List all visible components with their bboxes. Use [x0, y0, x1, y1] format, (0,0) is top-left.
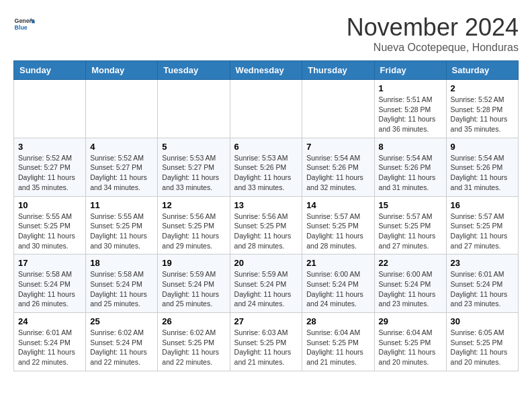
calendar-cell: 9Sunrise: 5:54 AM Sunset: 5:26 PM Daylig… [446, 138, 518, 196]
day-info: Sunrise: 5:59 AM Sunset: 5:24 PM Dayligh… [234, 269, 298, 309]
calendar-header-wednesday: Wednesday [230, 61, 302, 80]
calendar-cell: 21Sunrise: 6:00 AM Sunset: 5:24 PM Dayli… [302, 255, 374, 313]
calendar-cell: 20Sunrise: 5:59 AM Sunset: 5:24 PM Dayli… [230, 255, 302, 313]
calendar-header-saturday: Saturday [446, 61, 518, 80]
day-number: 9 [451, 142, 514, 152]
calendar-cell [158, 80, 230, 138]
location: Nueva Ocotepeque, Honduras [347, 42, 519, 54]
day-info: Sunrise: 5:52 AM Sunset: 5:27 PM Dayligh… [18, 153, 81, 193]
calendar-cell: 3Sunrise: 5:52 AM Sunset: 5:27 PM Daylig… [14, 138, 86, 196]
day-number: 29 [379, 316, 442, 326]
day-info: Sunrise: 6:04 AM Sunset: 5:25 PM Dayligh… [379, 328, 442, 367]
day-info: Sunrise: 5:55 AM Sunset: 5:25 PM Dayligh… [18, 212, 81, 251]
day-info: Sunrise: 6:02 AM Sunset: 5:24 PM Dayligh… [90, 328, 153, 367]
day-info: Sunrise: 6:04 AM Sunset: 5:25 PM Dayligh… [306, 328, 369, 367]
calendar-cell: 29Sunrise: 6:04 AM Sunset: 5:25 PM Dayli… [374, 313, 446, 371]
day-info: Sunrise: 5:55 AM Sunset: 5:25 PM Dayligh… [90, 212, 153, 251]
calendar-cell: 28Sunrise: 6:04 AM Sunset: 5:25 PM Dayli… [302, 313, 374, 371]
calendar-header-monday: Monday [86, 61, 158, 80]
day-info: Sunrise: 5:54 AM Sunset: 5:26 PM Dayligh… [451, 153, 514, 193]
day-info: Sunrise: 5:58 AM Sunset: 5:24 PM Dayligh… [90, 269, 153, 309]
calendar-cell: 27Sunrise: 6:03 AM Sunset: 5:25 PM Dayli… [230, 313, 302, 371]
calendar-week-5: 24Sunrise: 6:01 AM Sunset: 5:24 PM Dayli… [14, 313, 519, 371]
day-number: 22 [379, 258, 442, 268]
day-info: Sunrise: 6:02 AM Sunset: 5:25 PM Dayligh… [162, 328, 225, 367]
day-number: 14 [306, 200, 369, 210]
calendar-cell: 1Sunrise: 5:51 AM Sunset: 5:28 PM Daylig… [374, 80, 446, 138]
calendar-cell: 26Sunrise: 6:02 AM Sunset: 5:25 PM Dayli… [158, 313, 230, 371]
day-number: 28 [306, 316, 369, 326]
calendar-week-2: 3Sunrise: 5:52 AM Sunset: 5:27 PM Daylig… [14, 138, 519, 196]
svg-text:Blue: Blue [15, 24, 28, 31]
calendar-cell: 11Sunrise: 5:55 AM Sunset: 5:25 PM Dayli… [86, 196, 158, 255]
logo-icon: General Blue [13, 13, 35, 35]
calendar-cell: 19Sunrise: 5:59 AM Sunset: 5:24 PM Dayli… [158, 255, 230, 313]
day-info: Sunrise: 5:51 AM Sunset: 5:28 PM Dayligh… [379, 95, 442, 134]
calendar-cell [86, 80, 158, 138]
calendar-header-sunday: Sunday [14, 61, 86, 80]
page-header: General Blue November 2024 Nueva Ocotepe… [13, 13, 519, 54]
day-number: 17 [18, 258, 81, 268]
day-info: Sunrise: 5:53 AM Sunset: 5:26 PM Dayligh… [234, 153, 298, 193]
day-number: 2 [451, 83, 514, 93]
day-number: 7 [306, 142, 369, 152]
day-info: Sunrise: 5:52 AM Sunset: 5:27 PM Dayligh… [90, 153, 153, 193]
day-number: 24 [18, 316, 81, 326]
day-info: Sunrise: 5:53 AM Sunset: 5:27 PM Dayligh… [162, 153, 225, 193]
day-info: Sunrise: 6:01 AM Sunset: 5:24 PM Dayligh… [451, 269, 514, 309]
day-number: 3 [18, 142, 81, 152]
calendar-cell: 12Sunrise: 5:56 AM Sunset: 5:25 PM Dayli… [158, 196, 230, 255]
month-title: November 2024 [347, 13, 519, 42]
day-info: Sunrise: 5:57 AM Sunset: 5:25 PM Dayligh… [379, 212, 442, 251]
calendar-cell [230, 80, 302, 138]
calendar-week-4: 17Sunrise: 5:58 AM Sunset: 5:24 PM Dayli… [14, 255, 519, 313]
calendar-cell: 22Sunrise: 6:00 AM Sunset: 5:24 PM Dayli… [374, 255, 446, 313]
day-info: Sunrise: 6:00 AM Sunset: 5:24 PM Dayligh… [379, 269, 442, 309]
calendar-cell: 10Sunrise: 5:55 AM Sunset: 5:25 PM Dayli… [14, 196, 86, 255]
day-number: 25 [90, 316, 153, 326]
calendar-cell: 4Sunrise: 5:52 AM Sunset: 5:27 PM Daylig… [86, 138, 158, 196]
calendar-cell: 25Sunrise: 6:02 AM Sunset: 5:24 PM Dayli… [86, 313, 158, 371]
calendar-cell: 15Sunrise: 5:57 AM Sunset: 5:25 PM Dayli… [374, 196, 446, 255]
day-number: 23 [451, 258, 514, 268]
day-number: 18 [90, 258, 153, 268]
day-number: 16 [451, 200, 514, 210]
day-number: 26 [162, 316, 225, 326]
day-number: 19 [162, 258, 225, 268]
calendar-header-friday: Friday [374, 61, 446, 80]
day-number: 12 [162, 200, 225, 210]
calendar-cell: 7Sunrise: 5:54 AM Sunset: 5:26 PM Daylig… [302, 138, 374, 196]
day-number: 8 [379, 142, 442, 152]
day-info: Sunrise: 5:56 AM Sunset: 5:25 PM Dayligh… [234, 212, 298, 251]
calendar-header-tuesday: Tuesday [158, 61, 230, 80]
day-info: Sunrise: 5:56 AM Sunset: 5:25 PM Dayligh… [162, 212, 225, 251]
day-info: Sunrise: 6:05 AM Sunset: 5:25 PM Dayligh… [451, 328, 514, 367]
day-info: Sunrise: 6:00 AM Sunset: 5:24 PM Dayligh… [306, 269, 369, 309]
calendar-cell: 5Sunrise: 5:53 AM Sunset: 5:27 PM Daylig… [158, 138, 230, 196]
day-number: 11 [90, 200, 153, 210]
calendar-cell: 24Sunrise: 6:01 AM Sunset: 5:24 PM Dayli… [14, 313, 86, 371]
day-number: 6 [234, 142, 298, 152]
calendar-cell: 14Sunrise: 5:57 AM Sunset: 5:25 PM Dayli… [302, 196, 374, 255]
day-number: 15 [379, 200, 442, 210]
day-info: Sunrise: 6:03 AM Sunset: 5:25 PM Dayligh… [234, 328, 298, 367]
calendar-cell: 8Sunrise: 5:54 AM Sunset: 5:26 PM Daylig… [374, 138, 446, 196]
day-number: 4 [90, 142, 153, 152]
calendar-cell: 30Sunrise: 6:05 AM Sunset: 5:25 PM Dayli… [446, 313, 518, 371]
calendar-week-1: 1Sunrise: 5:51 AM Sunset: 5:28 PM Daylig… [14, 80, 519, 138]
calendar-header-row: SundayMondayTuesdayWednesdayThursdayFrid… [14, 61, 519, 80]
day-info: Sunrise: 6:01 AM Sunset: 5:24 PM Dayligh… [18, 328, 81, 367]
day-info: Sunrise: 5:59 AM Sunset: 5:24 PM Dayligh… [162, 269, 225, 309]
day-info: Sunrise: 5:57 AM Sunset: 5:25 PM Dayligh… [451, 212, 514, 251]
title-block: November 2024 Nueva Ocotepeque, Honduras [347, 13, 519, 54]
calendar-table: SundayMondayTuesdayWednesdayThursdayFrid… [13, 60, 519, 371]
logo: General Blue [13, 13, 35, 35]
calendar-cell: 13Sunrise: 5:56 AM Sunset: 5:25 PM Dayli… [230, 196, 302, 255]
calendar-cell: 2Sunrise: 5:52 AM Sunset: 5:28 PM Daylig… [446, 80, 518, 138]
day-number: 21 [306, 258, 369, 268]
calendar-cell: 16Sunrise: 5:57 AM Sunset: 5:25 PM Dayli… [446, 196, 518, 255]
calendar-cell: 17Sunrise: 5:58 AM Sunset: 5:24 PM Dayli… [14, 255, 86, 313]
day-info: Sunrise: 5:54 AM Sunset: 5:26 PM Dayligh… [379, 153, 442, 193]
day-number: 10 [18, 200, 81, 210]
calendar-cell: 23Sunrise: 6:01 AM Sunset: 5:24 PM Dayli… [446, 255, 518, 313]
